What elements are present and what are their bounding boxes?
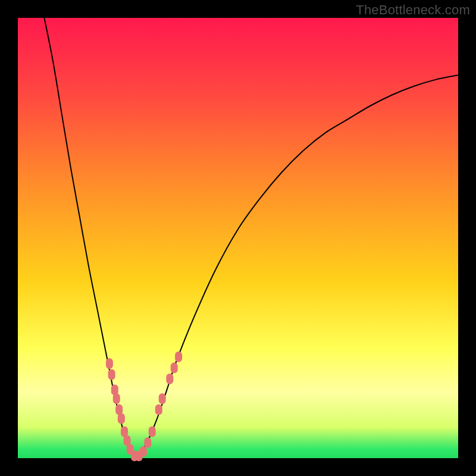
- data-marker: [144, 437, 151, 448]
- data-marker: [106, 358, 113, 369]
- data-marker: [149, 427, 156, 437]
- data-marker: [108, 369, 115, 380]
- data-marker: [166, 374, 173, 384]
- chart-svg: [18, 18, 458, 458]
- chart-frame: TheBottleneck.com: [0, 0, 476, 476]
- data-marker: [140, 446, 147, 457]
- plot-area: [18, 18, 458, 458]
- data-marker: [113, 393, 120, 404]
- watermark: TheBottleneck.com: [356, 2, 470, 18]
- curve-right: [137, 75, 458, 458]
- curve-left: [44, 18, 136, 458]
- data-marker: [171, 362, 178, 373]
- data-marker: [118, 413, 125, 424]
- data-marker: [175, 352, 182, 362]
- data-marker: [159, 393, 166, 404]
- data-marker: [155, 405, 162, 415]
- markers: [106, 352, 182, 462]
